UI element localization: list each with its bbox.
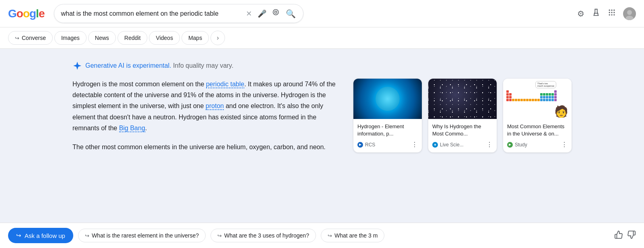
search-bar: ✕ 🎤 🔍 (54, 4, 303, 23)
ai-notice-text: Generative AI is experimental. Info qual… (85, 62, 233, 69)
card-more-button-1[interactable]: ⋮ (411, 141, 418, 148)
logo-g: G (8, 7, 17, 20)
cartoon-figure: 🧑 (554, 105, 568, 118)
tab-reddit[interactable]: Reddit (118, 31, 147, 45)
source-icon-rcs: ▶ (357, 142, 363, 148)
svg-point-9 (609, 14, 610, 15)
tab-news[interactable]: News (88, 31, 116, 45)
link-periodic-table[interactable]: periodic table (206, 81, 244, 88)
logo-l: l (36, 7, 39, 20)
periodic-table-mini (506, 90, 557, 110)
suggestion-chip-2[interactable]: ↪ What are the 3 uses of hydrogen? (211, 229, 316, 242)
ask-followup-icon: ↪ (16, 232, 21, 239)
tab-news-label: News (95, 35, 109, 41)
tab-reddit-label: Reddit (124, 35, 140, 41)
settings-button[interactable]: ⚙ (577, 9, 584, 19)
tab-images[interactable]: Images (54, 31, 87, 45)
card-thumb-hydrogen (353, 79, 422, 119)
card-more-button-2[interactable]: ⋮ (486, 141, 493, 148)
tab-videos-label: Videos (156, 35, 173, 41)
source-name-study: ▶ Study (507, 142, 527, 148)
search-submit-button[interactable]: 🔍 (285, 8, 297, 19)
source-label-live: Live Scie... (440, 142, 464, 148)
card-info-galaxy: Why Is Hydrogen the Most Commo... ◈ Live… (428, 119, 497, 152)
voice-search-button[interactable]: 🎤 (257, 8, 267, 19)
image-search-button[interactable] (271, 8, 281, 19)
bottom-bar: ↪ Ask a follow up ↪ What is the rarest e… (0, 223, 644, 248)
card-source-hydrogen: ▶ RCS ⋮ (357, 141, 418, 148)
image-cards: Hydrogen - Element information, p... ▶ R… (353, 79, 572, 152)
svg-rect-1 (275, 11, 277, 13)
card-title-galaxy: Why Is Hydrogen the Most Commo... (432, 123, 493, 138)
suggestion-chip-1[interactable]: ↪ What is the rarest element in the univ… (78, 229, 206, 242)
speech-bubble: That's toomuch suspense (535, 81, 556, 88)
ask-followup-button[interactable]: ↪ Ask a follow up (8, 228, 73, 243)
svg-point-13 (627, 10, 632, 15)
main-content: Generative AI is experimental. Info qual… (0, 49, 644, 230)
google-logo: Google (8, 7, 44, 20)
svg-point-8 (613, 12, 615, 13)
source-name-live: ◈ Live Scie... (432, 142, 464, 148)
logo-g2: g (29, 7, 36, 20)
svg-point-5 (613, 10, 615, 11)
logo-e: e (39, 7, 45, 20)
card-title-hydrogen: Hydrogen - Element information, p... (357, 123, 418, 138)
svg-point-7 (611, 12, 612, 13)
thumbs-up-button[interactable] (614, 230, 623, 241)
image-card-galaxy[interactable]: Why Is Hydrogen the Most Commo... ◈ Live… (428, 79, 497, 152)
ai-text-content: Hydrogen is the most common element on t… (72, 79, 341, 160)
card-thumb-galaxy (428, 79, 497, 119)
card-info-hydrogen: Hydrogen - Element information, p... ▶ R… (353, 119, 422, 152)
more-tabs-button[interactable]: › (211, 31, 225, 45)
source-icon-live: ◈ (432, 142, 438, 148)
tab-images-label: Images (61, 35, 80, 41)
apps-button[interactable] (608, 8, 616, 19)
source-icon-study: ▶ (507, 142, 513, 148)
avatar[interactable] (623, 7, 636, 20)
card-title-periodic: Most Common Elements in the Universe & o… (507, 123, 568, 138)
chip-arrow-2: ↪ (217, 233, 222, 239)
link-proton[interactable]: proton (206, 102, 224, 110)
logo-o1: o (17, 7, 23, 20)
thumbs-down-button[interactable] (627, 230, 636, 241)
card-thumb-periodic: That's toomuch suspense 🧑 (503, 79, 572, 119)
source-label-study: Study (515, 142, 527, 148)
link-big-bang[interactable]: Big Bang (119, 125, 145, 132)
search-input[interactable] (61, 10, 241, 17)
ai-paragraph-2: The other most common elements in the un… (72, 142, 341, 152)
ai-answer: Hydrogen is the most common element on t… (72, 79, 572, 160)
tab-converse[interactable]: ↪ Converse (8, 31, 53, 45)
ai-diamond-icon (72, 61, 82, 71)
tab-videos[interactable]: Videos (149, 31, 180, 45)
card-source-galaxy: ◈ Live Scie... ⋮ (432, 141, 493, 148)
image-card-periodic[interactable]: That's toomuch suspense 🧑 Most Common El… (503, 79, 572, 152)
tab-maps[interactable]: Maps (182, 31, 209, 45)
suggestion-label-2: What are the 3 uses of hydrogen? (224, 232, 309, 239)
card-info-periodic: Most Common Elements in the Universe & o… (503, 119, 572, 152)
header-right: ⚙ (577, 7, 636, 20)
clear-search-button[interactable]: ✕ (245, 8, 253, 19)
svg-point-6 (609, 12, 610, 13)
logo-o2: o (23, 7, 29, 20)
card-more-button-3[interactable]: ⋮ (561, 141, 568, 148)
nav-tabs: ↪ Converse Images News Reddit Videos Map… (0, 27, 644, 49)
source-name-rcs: ▶ RCS (357, 142, 375, 148)
card-source-periodic: ▶ Study ⋮ (507, 141, 568, 148)
labs-button[interactable] (592, 8, 601, 19)
ai-notice-light: Info quality may vary. (171, 62, 233, 69)
svg-point-4 (611, 10, 612, 11)
chip-arrow-1: ↪ (85, 233, 89, 239)
svg-point-0 (273, 10, 279, 15)
tab-converse-label: Converse (22, 35, 46, 41)
svg-point-3 (609, 10, 610, 11)
converse-icon: ↪ (15, 35, 19, 41)
tab-maps-label: Maps (188, 35, 202, 41)
image-card-hydrogen[interactable]: Hydrogen - Element information, p... ▶ R… (353, 79, 422, 152)
suggestion-chip-3[interactable]: ↪ What are the 3 m (321, 229, 384, 242)
ask-followup-label: Ask a follow up (25, 232, 65, 239)
ai-paragraph-1: Hydrogen is the most common element on t… (72, 79, 341, 133)
source-label-rcs: RCS (365, 142, 375, 148)
ai-notice: Generative AI is experimental. Info qual… (72, 61, 572, 71)
svg-point-10 (611, 14, 612, 15)
chip-arrow-3: ↪ (328, 233, 332, 239)
